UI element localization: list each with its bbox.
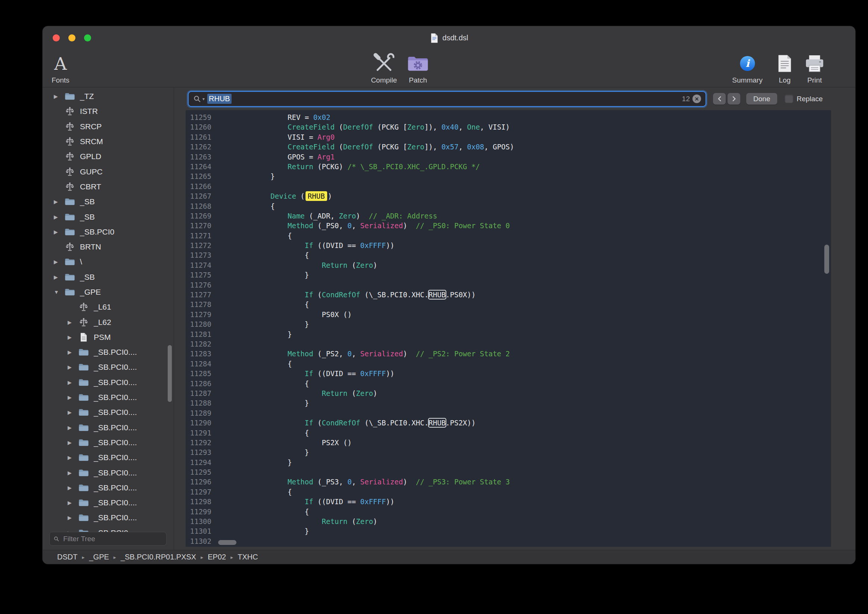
find-query[interactable]: RHUB [207, 94, 232, 104]
breadcrumb-item[interactable]: DSDT [57, 553, 78, 561]
log-button[interactable]: Log [777, 53, 793, 84]
code-line: 11278 { [186, 299, 831, 309]
find-match-other[interactable]: RHUB [429, 419, 446, 427]
method-icon [64, 121, 76, 132]
disclosure-right-icon[interactable]: ▶ [68, 380, 78, 385]
disclosure-right-icon[interactable]: ▶ [54, 93, 64, 99]
tree-item-brtn[interactable]: BRTN [43, 239, 174, 254]
disclosure-right-icon[interactable]: ▶ [68, 485, 78, 491]
compile-icon [372, 53, 395, 74]
find-previous-button[interactable] [713, 93, 726, 105]
minimize-button[interactable] [68, 34, 76, 42]
disclosure-right-icon[interactable]: ▶ [68, 394, 78, 400]
line-number: 11281 [186, 329, 211, 339]
tree-item-sbpci0[interactable]: ▶ _SB.PCI0.... [43, 390, 174, 405]
find-match-other[interactable]: RHUB [429, 291, 446, 299]
tree-item-srcp[interactable]: SRCP [43, 119, 174, 134]
tree-item-sbpci0[interactable]: ▶ _SB.PCI0.... [43, 360, 174, 375]
disclosure-down-icon[interactable]: ▼ [54, 289, 64, 295]
line-number: 11266 [186, 181, 211, 191]
line-number: 11268 [186, 201, 211, 211]
tree-item-sb[interactable]: ▶ _SB [43, 270, 174, 285]
disclosure-right-icon[interactable]: ▶ [68, 409, 78, 415]
tree-item-sbpci0[interactable]: ▶ _SB.PCI0.... [43, 345, 174, 360]
find-search-field[interactable]: ▾ RHUB 12 ✕ [188, 91, 706, 107]
filter-tree-input[interactable] [62, 535, 163, 543]
compile-button[interactable]: Compile [371, 53, 397, 84]
patch-button[interactable]: Patch [407, 53, 429, 84]
close-button[interactable] [53, 34, 60, 42]
code-line: 11272 If ((DVID == 0xFFFF)) [186, 240, 831, 250]
breadcrumb-item[interactable]: _SB.PCI0.RP01.PXSX [121, 553, 196, 561]
tree-item-gupc[interactable]: GUPC [43, 164, 174, 179]
disclosure-right-icon[interactable]: ▶ [54, 214, 64, 220]
done-button[interactable]: Done [746, 93, 777, 105]
disclosure-right-icon[interactable]: ▶ [54, 259, 64, 265]
disclosure-right-icon[interactable]: ▶ [68, 515, 78, 521]
tree-item-srcm[interactable]: SRCM [43, 134, 174, 149]
editor-vertical-scrollbar[interactable] [824, 245, 829, 274]
tree-item-cbrt[interactable]: CBRT [43, 179, 174, 194]
titlebar: dsdt.dsl [43, 26, 855, 50]
print-icon [804, 53, 825, 74]
tree-item-sbpci0[interactable]: ▶ _SB.PCI0.... [43, 405, 174, 420]
tree-item-sbpci0[interactable]: ▶ _SB.PCI0.... [43, 435, 174, 450]
breadcrumb-item[interactable]: TXHC [237, 553, 258, 561]
tree-item-sbpci0[interactable]: ▶ _SB.PCI0.... [43, 465, 174, 480]
fonts-button[interactable]: A Fonts [51, 53, 70, 84]
tree-item-sbpci0[interactable]: ▶ _SB.PCI0.... [43, 480, 174, 495]
disclosure-right-icon[interactable]: ▶ [54, 229, 64, 235]
disclosure-right-icon[interactable]: ▶ [68, 319, 78, 325]
tree-item-sbpci0[interactable]: ▶ _SB.PCI0.... [43, 420, 174, 435]
clear-search-button[interactable]: ✕ [693, 95, 701, 103]
tree-item-sbpci0[interactable]: ▶ _SB.PCI0.... [43, 450, 174, 465]
tree-item-gpe[interactable]: ▼ _GPE [43, 285, 174, 299]
code-text: } [211, 329, 292, 339]
code-line: 11289 [186, 408, 831, 418]
zoom-button[interactable] [84, 34, 91, 42]
disclosure-right-icon[interactable]: ▶ [68, 440, 78, 445]
tree-item-sb[interactable]: ▶ _SB [43, 209, 174, 224]
breadcrumb-item[interactable]: _GPE [89, 553, 108, 561]
patch-icon [407, 53, 429, 74]
disclosure-right-icon[interactable]: ▶ [68, 454, 78, 460]
tree-item-istr[interactable]: ISTR [43, 104, 174, 119]
breadcrumb-item[interactable]: EP02 [208, 553, 226, 561]
code-text: } [211, 457, 292, 467]
replace-checkbox[interactable] [785, 95, 793, 103]
disclosure-right-icon[interactable]: ▶ [68, 470, 78, 476]
disclosure-right-icon[interactable]: ▶ [68, 349, 78, 355]
summary-button[interactable]: i Summary [732, 53, 762, 84]
tree-item-l61[interactable]: _L61 [43, 299, 174, 315]
disclosure-right-icon[interactable]: ▶ [68, 364, 78, 370]
disclosure-right-icon[interactable]: ▶ [68, 425, 78, 431]
code-text: GPOS = Arg1 [211, 152, 335, 162]
tree-item-sbpci0[interactable]: ▶ _SB.PCI0.... [43, 375, 174, 390]
disclosure-right-icon[interactable]: ▶ [68, 500, 78, 506]
tree-item-sbpci0[interactable]: ▶ _SB.PCI0.... [43, 495, 174, 510]
sidebar-tree[interactable]: ▶ _TZ ISTR SRCP SRCM GPLD [43, 87, 174, 550]
tree-item-tz[interactable]: ▶ _TZ [43, 89, 174, 104]
tree-item-psm[interactable]: ▶ PSM [43, 330, 174, 345]
tree-item-gpld[interactable]: GPLD [43, 149, 174, 164]
replace-option: Replace [785, 95, 823, 103]
tree-item-l62[interactable]: ▶ _L62 [43, 315, 174, 329]
tree-item-sbpci0[interactable]: ▶ _SB.PCI0 [43, 225, 174, 239]
disclosure-right-icon[interactable]: ▶ [54, 274, 64, 280]
code-lines: 11259 REV = 0x0211260 CreateField (Deref… [186, 110, 831, 547]
search-options-chevron-icon[interactable]: ▾ [202, 96, 205, 102]
tree-item-[interactable]: ▶ \ [43, 254, 174, 269]
print-button[interactable]: Print [804, 53, 825, 84]
disclosure-right-icon[interactable]: ▶ [54, 199, 64, 205]
editor-horizontal-scrollbar[interactable] [218, 540, 236, 545]
tree-item-sb[interactable]: ▶ _SB [43, 194, 174, 209]
find-next-button[interactable] [728, 93, 740, 105]
disclosure-right-icon[interactable]: ▶ [68, 334, 78, 340]
find-match-current[interactable]: RHUB [305, 191, 327, 201]
sidebar-scrollbar[interactable] [168, 345, 172, 402]
code-editor[interactable]: 11259 REV = 0x0211260 CreateField (Deref… [186, 110, 831, 547]
tree-item-sbpci0[interactable]: ▶ _SB.PCI0.... [43, 510, 174, 525]
code-line: 11264 Return (PCKG) /* \_SB_.PCI0.XHC_.G… [186, 162, 831, 171]
filter-field[interactable] [49, 532, 167, 546]
code-text: CreateField (DerefOf (PCKG [Zero]), 0x57… [211, 142, 514, 152]
